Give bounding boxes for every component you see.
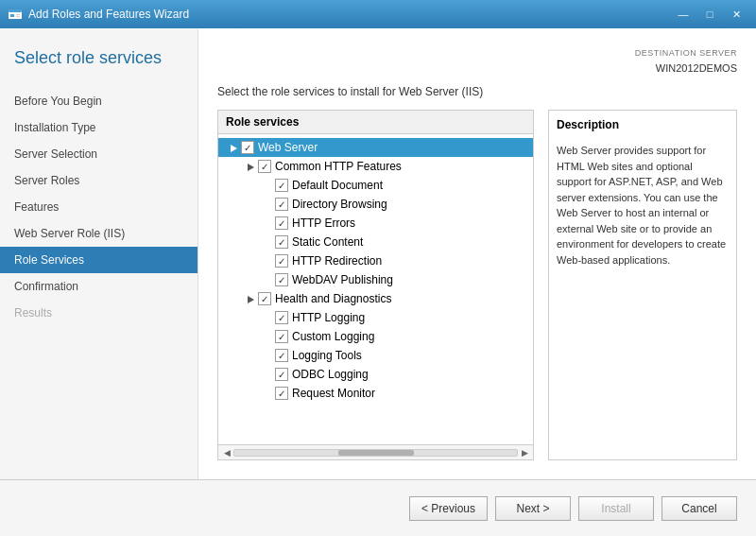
title-bar: Add Roles and Features Wizard — □ ✕ [0,0,756,28]
tree-expand-icon [260,310,275,325]
svg-rect-2 [10,14,14,17]
tree-item-req-monitor[interactable]: Request Monitor [218,384,533,403]
tree-item-label: Logging Tools [292,349,362,362]
tree-expand-icon [260,253,275,268]
tree-checkbox[interactable] [241,141,254,154]
tree-item-default-doc[interactable]: Default Document [218,176,533,195]
previous-button[interactable]: < Previous [409,496,488,521]
tree-panel: Role services Web ServerCommon HTTP Feat… [217,110,534,460]
scroll-right-btn[interactable]: ▶ [518,446,531,459]
app-icon [8,7,23,22]
wizard-body: Select role services Before You BeginIns… [0,28,756,536]
tree-checkbox[interactable] [275,216,288,230]
tree-body[interactable]: Web ServerCommon HTTP FeaturesDefault Do… [218,134,533,444]
description-panel: Description Web Server provides support … [548,110,737,460]
tree-item-web-server[interactable]: Web Server [218,138,533,157]
sidebar-item-role-services[interactable]: Role Services [0,247,198,273]
sidebar-item-installation-type[interactable]: Installation Type [0,114,198,141]
tree-expand-icon[interactable] [226,140,241,155]
tree-item-label: ODBC Logging [292,368,369,381]
tree-checkbox[interactable] [275,387,288,400]
sidebar-item-server-roles[interactable]: Server Roles [0,167,198,194]
tree-checkbox[interactable] [275,254,288,268]
svg-marker-5 [231,145,237,152]
tree-checkbox[interactable] [275,198,288,211]
sidebar-item-web-server-role[interactable]: Web Server Role (IIS) [0,220,198,247]
tree-checkbox[interactable] [275,330,288,343]
scroll-thumb [338,450,414,456]
tree-item-health-diag[interactable]: Health and Diagnostics [218,289,533,308]
tree-item-http-redirect[interactable]: HTTP Redirection [218,251,533,270]
sidebar-item-results: Results [0,300,198,326]
tree-checkbox[interactable] [275,349,288,362]
tree-expand-icon [260,216,275,231]
tree-checkbox[interactable] [275,368,288,381]
tree-item-label: HTTP Errors [292,216,355,230]
tree-item-label: Common HTTP Features [275,160,402,173]
tree-expand-icon [260,348,275,363]
tree-item-label: Web Server [258,141,318,154]
tree-item-dir-browsing[interactable]: Directory Browsing [218,195,533,214]
svg-marker-6 [248,164,254,171]
tree-expand-icon [260,197,275,212]
scroll-track [233,449,518,457]
tree-item-logging-tools[interactable]: Logging Tools [218,346,533,365]
tree-item-http-errors[interactable]: HTTP Errors [218,214,533,233]
tree-checkbox[interactable] [258,160,271,173]
tree-expand-icon [260,178,275,193]
tree-item-label: Health and Diagnostics [275,292,391,305]
tree-checkbox[interactable] [275,311,288,324]
tree-item-common-http[interactable]: Common HTTP Features [218,157,533,176]
tree-item-label: Request Monitor [292,387,375,400]
tree-expand-icon [260,386,275,401]
cancel-button[interactable]: Cancel [662,496,737,521]
close-button[interactable]: ✕ [724,5,748,24]
window-controls: — □ ✕ [671,5,748,24]
main-content: DESTINATION SERVER WIN2012DEMOS Select t… [198,28,756,479]
tree-expand-icon [260,329,275,344]
sidebar-heading: Select role services [0,47,198,88]
tree-item-http-logging[interactable]: HTTP Logging [218,308,533,327]
tree-checkbox[interactable] [275,235,288,249]
tree-item-odbc-logging[interactable]: ODBC Logging [218,365,533,384]
sidebar-item-before-you-begin[interactable]: Before You Begin [0,88,198,114]
tree-checkbox[interactable] [275,179,288,192]
svg-rect-4 [16,16,20,17]
scroll-left-btn[interactable]: ◀ [220,446,233,459]
svg-marker-7 [248,296,254,303]
tree-checkbox[interactable] [275,273,288,286]
sidebar-item-confirmation[interactable]: Confirmation [0,273,198,300]
maximize-button[interactable]: □ [697,5,722,24]
tree-expand-icon [260,367,275,382]
svg-rect-3 [16,14,20,15]
next-button[interactable]: Next > [495,496,571,521]
svg-rect-1 [9,9,22,12]
tree-expand-icon[interactable] [243,291,258,306]
window-title: Add Roles and Features Wizard [28,8,189,21]
sidebar-item-features[interactable]: Features [0,194,198,220]
install-button[interactable]: Install [578,496,654,521]
tree-panel-header: Role services [218,111,533,134]
sidebar: Select role services Before You BeginIns… [0,28,198,479]
sidebar-item-server-selection[interactable]: Server Selection [0,141,198,167]
tree-item-static-content[interactable]: Static Content [218,233,533,251]
tree-item-label: Default Document [292,179,383,192]
tree-item-label: Custom Logging [292,330,374,343]
tree-item-label: HTTP Logging [292,311,365,324]
tree-item-label: Static Content [292,235,363,249]
tree-item-custom-logging[interactable]: Custom Logging [218,327,533,346]
tree-expand-icon [260,234,275,250]
tree-item-webdav[interactable]: WebDAV Publishing [218,270,533,289]
content-area: Role services Web ServerCommon HTTP Feat… [217,110,737,460]
tree-item-label: HTTP Redirection [292,254,382,268]
minimize-button[interactable]: — [671,5,696,24]
title-bar-left: Add Roles and Features Wizard [8,7,189,22]
tree-expand-icon[interactable] [243,159,258,174]
tree-checkbox[interactable] [258,292,271,305]
tree-expand-icon [260,272,275,287]
tree-item-label: Directory Browsing [292,198,387,211]
tree-item-label: WebDAV Publishing [292,273,393,286]
horizontal-scrollbar: ◀ ▶ [218,444,533,459]
sidebar-nav: Before You BeginInstallation TypeServer … [0,88,198,326]
destination-label: DESTINATION SERVER [217,47,737,61]
